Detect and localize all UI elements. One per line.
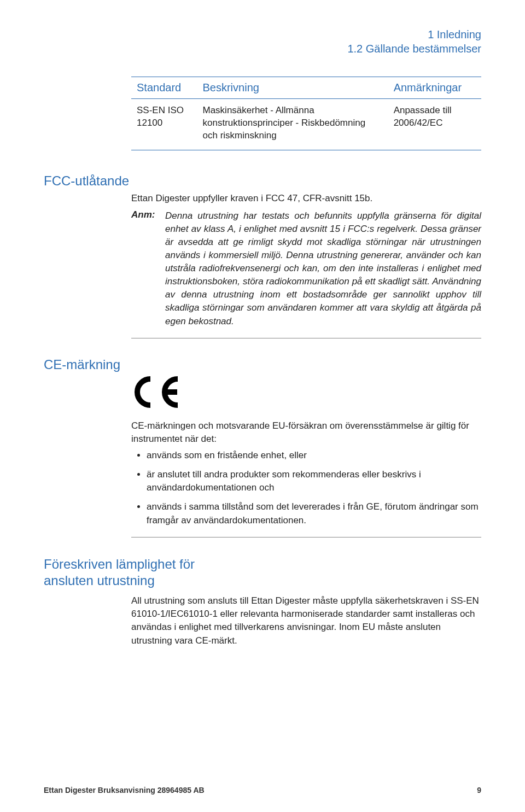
ce-title: CE-märkning xyxy=(44,357,481,372)
prescribed-title-l1: Föreskriven lämplighet för xyxy=(44,557,195,571)
prescribed-text: All utrustning som ansluts till Ettan Di… xyxy=(131,594,481,647)
prescribed-title-l2: ansluten utrustning xyxy=(44,573,155,588)
prescribed-title: Föreskriven lämplighet för ansluten utru… xyxy=(44,556,481,589)
cell-description: Maskinsäkerhet - Allmänna konstruktionsp… xyxy=(197,99,388,150)
th-standard: Standard xyxy=(131,77,197,99)
list-item: används som en fristående enhet, eller xyxy=(147,449,481,463)
divider xyxy=(131,338,481,338)
standards-table: Standard Beskrivning Anmärkningar SS-EN … xyxy=(131,77,481,150)
ce-bullet-list: används som en fristående enhet, eller ä… xyxy=(131,449,481,527)
ce-mark-icon xyxy=(131,376,481,411)
th-description: Beskrivning xyxy=(197,77,388,99)
anm-label: Anm: xyxy=(131,209,155,328)
table-row: SS-EN ISO 12100 Maskinsäkerhet - Allmänn… xyxy=(131,99,481,150)
svg-rect-0 xyxy=(166,389,177,395)
anm-text: Denna utrustning har testats och befunni… xyxy=(165,209,481,328)
fcc-title: FCC-utlåtande xyxy=(44,173,481,189)
page-footer: Ettan Digester Bruksanvisning 28964985 A… xyxy=(44,786,481,795)
list-item: används i samma tillstånd som det levere… xyxy=(147,500,481,527)
ce-intro: CE-märkningen och motsvarande EU-försäkr… xyxy=(131,419,481,446)
header-section: 1.2 Gällande bestämmelser xyxy=(44,42,481,56)
page-header: 1 Inledning 1.2 Gällande bestämmelser xyxy=(44,27,481,56)
cell-remarks: Anpassade till 2006/42/EC xyxy=(388,99,481,150)
fcc-intro: Ettan Digester uppfyller kraven i FCC 47… xyxy=(131,192,481,205)
footer-left: Ettan Digester Bruksanvisning 28964985 A… xyxy=(44,786,205,795)
table-header-row: Standard Beskrivning Anmärkningar xyxy=(131,77,481,99)
list-item: är anslutet till andra produkter som rek… xyxy=(147,468,481,495)
footer-page-number: 9 xyxy=(477,786,481,795)
divider xyxy=(131,537,481,538)
fcc-anm-row: Anm: Denna utrustning har testats och be… xyxy=(131,209,481,328)
cell-standard: SS-EN ISO 12100 xyxy=(131,99,197,150)
th-remarks: Anmärkningar xyxy=(388,77,481,99)
header-chapter: 1 Inledning xyxy=(44,27,481,42)
